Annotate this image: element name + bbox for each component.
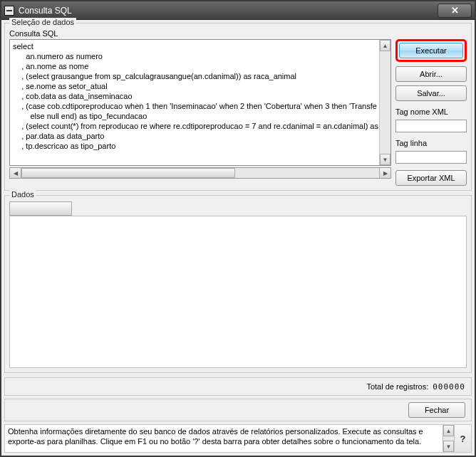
data-grid-header	[9, 201, 467, 216]
info-text: Obtenha informações diretamente do seu b…	[5, 425, 443, 452]
total-registros-value: 000000	[433, 382, 465, 392]
sql-input[interactable]	[10, 40, 379, 165]
abrir-button[interactable]: Abrir...	[395, 66, 467, 82]
executar-button[interactable]: Executar	[399, 43, 463, 58]
scroll-up-arrow-icon[interactable]: ▲	[380, 40, 390, 51]
scroll-down-arrow-icon[interactable]: ▼	[380, 154, 390, 165]
close-window-button[interactable]: ✕	[438, 4, 472, 18]
tag-nome-xml-label: Tag nome XML	[395, 107, 467, 116]
window-body: Seleção de dados Consulta SQL ▲ ▼ ◀	[1, 20, 475, 456]
help-button[interactable]: ?	[454, 425, 471, 452]
data-grid-body[interactable]	[9, 216, 467, 368]
scroll-up-arrow-icon[interactable]: ▲	[443, 425, 454, 436]
sql-vertical-scrollbar[interactable]: ▲ ▼	[379, 40, 390, 165]
selecao-dados-label: Seleção de dados	[9, 18, 76, 26]
action-button-panel: Executar Abrir... Salvar... Tag nome XML…	[395, 29, 467, 186]
query-panel: Consulta SQL ▲ ▼ ◀ ▶	[9, 29, 391, 186]
horizontal-scroll-track[interactable]	[235, 168, 379, 178]
exportar-xml-button[interactable]: Exportar XML	[395, 170, 467, 186]
scroll-down-arrow-icon[interactable]: ▼	[443, 441, 454, 452]
window-title: Consulta SQL	[19, 6, 438, 16]
info-bar: Obtenha informações diretamente do seu b…	[4, 424, 472, 453]
system-menu-icon[interactable]	[4, 6, 14, 16]
grid-header-cell[interactable]	[9, 201, 72, 216]
consulta-sql-label: Consulta SQL	[9, 29, 391, 38]
horizontal-scroll-thumb[interactable]	[21, 168, 235, 178]
total-registros-label: Total de registros:	[366, 382, 428, 391]
fechar-button[interactable]: Fechar	[408, 402, 465, 418]
total-registros-row: Total de registros: 000000	[4, 377, 472, 396]
scroll-right-arrow-icon[interactable]: ▶	[379, 168, 390, 178]
selecao-dados-group: Seleção de dados Consulta SQL ▲ ▼ ◀	[4, 23, 472, 191]
info-vertical-scrollbar[interactable]: ▲ ▼	[443, 425, 454, 452]
tag-nome-xml-input[interactable]	[395, 120, 467, 132]
tag-linha-label: Tag linha	[395, 139, 467, 147]
sql-horizontal-scrollbar[interactable]: ◀ ▶	[9, 167, 391, 179]
scroll-left-arrow-icon[interactable]: ◀	[10, 168, 21, 178]
tag-linha-input[interactable]	[395, 151, 467, 164]
fechar-row: Fechar	[4, 399, 472, 421]
salvar-button[interactable]: Salvar...	[395, 85, 467, 101]
sql-textarea-container: ▲ ▼	[9, 39, 391, 166]
dados-group: Dados	[4, 195, 472, 373]
sql-console-window: Consulta SQL ✕ Seleção de dados Consulta…	[0, 0, 476, 457]
dados-label: Dados	[9, 190, 36, 199]
executar-highlight-frame: Executar	[395, 39, 467, 62]
